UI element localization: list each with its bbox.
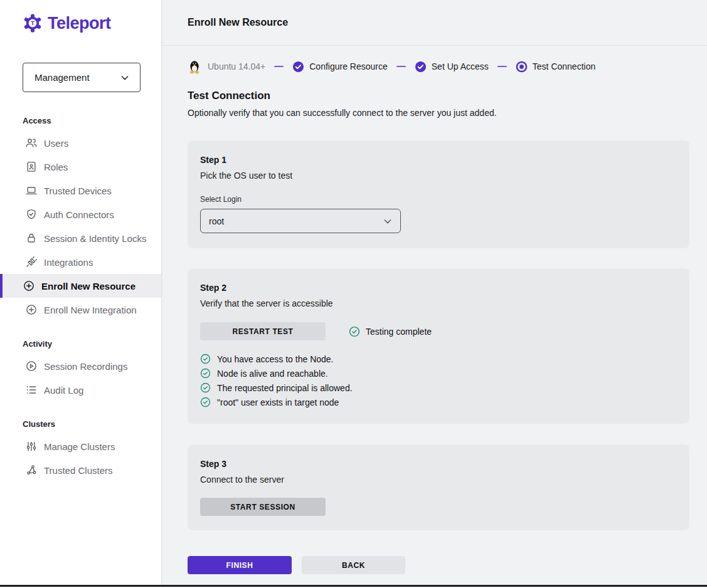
workspace-selector-value: Management [35,72,90,83]
step2-title: Step 2 [200,283,677,293]
test-check-list: You have access to the Node. Node is ali… [200,354,677,407]
sidebar-item-label: Session & Identity Locks [44,233,146,244]
test-status: Testing complete [349,326,432,337]
stepper-connector [497,66,507,67]
sidebar-nav: Access Users Roles [0,116,161,482]
step3-card: Step 3 Connect to the server START SESSI… [188,444,689,530]
sidebar-item-label: Users [44,138,68,149]
sidebar-item-trusted-devices[interactable]: Trusted Devices [0,179,161,202]
check-circle-icon [200,368,211,379]
finish-button[interactable]: FINISH [188,556,292,574]
teleport-logo[interactable]: T Teleport [0,13,161,34]
restart-test-button[interactable]: RESTART TEST [200,322,326,340]
select-login-label: Select Login [200,195,677,204]
login-select-value: root [209,216,224,226]
check-item: The requested principal is allowed. [200,382,677,393]
window-bottom-edge [0,585,707,588]
step2-card: Step 2 Verify that the server is accessi… [188,268,689,424]
check-circle-icon [200,397,211,407]
step1-title: Step 1 [200,155,677,165]
step1-card: Step 1 Pick the OS user to test Select L… [188,140,689,248]
play-circle-icon [25,360,38,372]
section-label-activity: Activity [0,339,161,349]
section-label-clusters: Clusters [0,419,161,429]
check-item-label: The requested principal is allowed. [217,383,353,393]
stepper-connector [396,66,406,67]
page-header: Enroll New Resource [162,0,707,46]
check-item-label: Node is alive and reachable. [217,369,328,379]
svg-text:T: T [31,19,35,26]
back-button[interactable]: BACK [302,556,405,574]
sidebar-item-auth-connectors[interactable]: Auth Connectors [0,202,161,226]
network-icon [25,464,38,476]
sidebar-item-audit-log[interactable]: Audit Log [0,378,161,402]
sidebar-item-roles[interactable]: Roles [0,155,161,179]
check-circle-icon [200,354,211,364]
chevron-down-icon [120,73,130,83]
roles-icon [25,160,38,173]
stepper-step-label: Set Up Access [432,61,489,71]
check-circle-icon [200,382,211,393]
sidebar-item-session-identity-locks[interactable]: Session & Identity Locks [0,226,161,250]
step1-description: Pick the OS user to test [200,171,677,181]
login-select[interactable]: root [200,209,401,233]
chevron-down-icon [383,216,393,226]
stepper-step-set-up-access: Set Up Access [415,61,489,73]
enroll-stepper: Ubuntu 14.04+ Configure Resource Set Up … [162,46,707,78]
sidebar-item-label: Session Recordings [44,361,127,372]
stepper-resource-label: Ubuntu 14.04+ [208,61,265,71]
test-status-label: Testing complete [366,327,432,337]
step3-title: Step 3 [200,459,677,469]
section-subtitle: Optionally verify that you can successfu… [188,108,689,118]
start-session-button[interactable]: START SESSION [200,498,326,516]
teleport-gear-icon: T [23,13,43,33]
plus-circle-icon [25,303,38,316]
sliders-icon [25,440,38,453]
check-item: "root" user exists in target node [200,397,677,407]
step-check-icon [292,61,304,73]
sidebar-item-label: Trusted Devices [44,186,112,196]
step3-description: Connect to the server [200,475,677,485]
sidebar-item-label: Trusted Clusters [44,465,112,476]
sidebar-item-enroll-new-integration[interactable]: Enroll New Integration [0,298,161,322]
stepper-step-label: Test Connection [533,61,595,71]
laptop-icon [25,184,38,197]
sidebar-item-label: Integrations [44,257,93,268]
plus-circle-icon [23,280,35,292]
sidebar-item-enroll-new-resource[interactable]: Enroll New Resource [0,274,161,298]
teleport-wordmark: Teleport [48,14,111,33]
check-circle-icon [349,326,360,337]
list-icon [25,384,38,396]
app-window: T Teleport Management Access [0,0,707,588]
sidebar-item-integrations[interactable]: Integrations [0,250,161,274]
sidebar-item-label: Manage Clusters [44,441,115,452]
sidebar-item-label: Roles [44,162,68,172]
linux-tux-icon [188,59,201,74]
check-item: Node is alive and reachable. [200,368,677,379]
sidebar-item-users[interactable]: Users [0,131,161,155]
test-connection-section: Test Connection Optionally verify that y… [162,78,707,574]
lock-icon [25,232,38,244]
sidebar-item-manage-clusters[interactable]: Manage Clusters [0,434,161,458]
sidebar-item-label: Enroll New Integration [44,305,137,315]
plug-icon [25,256,38,268]
sidebar-item-trusted-clusters[interactable]: Trusted Clusters [0,458,161,482]
stepper-connector [274,66,284,67]
stepper-step-configure-resource: Configure Resource [292,61,388,73]
wizard-actions: FINISH BACK [188,556,689,574]
section-title: Test Connection [188,90,689,102]
sidebar: T Teleport Management Access [0,0,162,588]
step-check-icon [415,61,427,73]
workspace-selector[interactable]: Management [23,63,141,92]
section-label-access: Access [0,116,161,125]
stepper-step-label: Configure Resource [309,61,388,71]
stepper-step-test-connection: Test Connection [516,61,595,73]
sidebar-item-label: Enroll New Resource [41,281,136,291]
shield-check-icon [25,208,38,221]
sidebar-item-session-recordings[interactable]: Session Recordings [0,354,161,378]
users-icon [25,137,38,149]
step2-description: Verify that the server is accessible [200,298,677,308]
step-active-icon [516,61,528,73]
check-item-label: "root" user exists in target node [217,397,339,407]
sidebar-item-label: Audit Log [44,385,83,396]
